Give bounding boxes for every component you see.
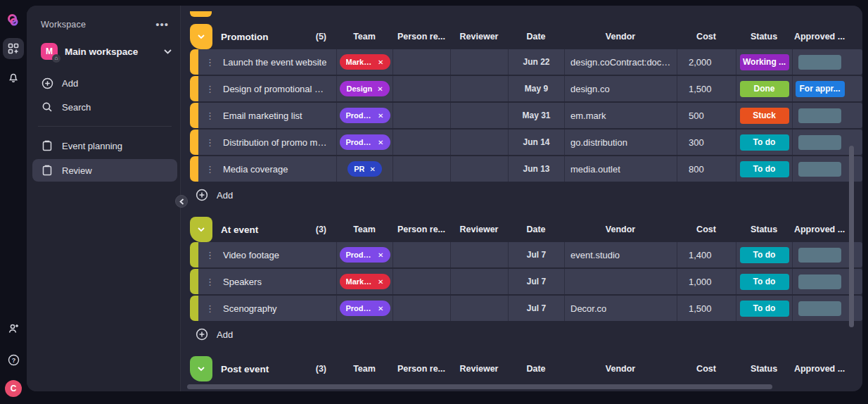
status-badge[interactable]: To do [740, 274, 789, 290]
approved-cell[interactable] [792, 103, 847, 128]
cost-cell[interactable]: 1,500 [677, 296, 736, 321]
column-header-0[interactable]: Team [336, 364, 392, 374]
row-menu-dots-icon[interactable]: ⋮ [205, 138, 215, 147]
row-menu-dots-icon[interactable]: ⋮ [205, 58, 215, 67]
workspace-menu-ellipsis-icon[interactable]: ••• [153, 18, 172, 30]
vertical-scrollbar-thumb[interactable] [849, 146, 854, 327]
column-header-4[interactable]: Vendor [564, 364, 677, 374]
column-header-1[interactable]: Person re... [392, 225, 450, 234]
group-collapse-button[interactable] [190, 24, 212, 49]
team-tag[interactable]: Produc...✕ [340, 108, 390, 123]
cost-cell[interactable]: 1,400 [677, 242, 736, 267]
person-cell[interactable] [392, 76, 450, 101]
item-name-cell[interactable]: ⋮Video footage [196, 242, 336, 267]
date-cell[interactable]: Jun 13 [508, 156, 564, 182]
row-menu-dots-icon[interactable]: ⋮ [205, 304, 215, 313]
remove-tag-icon[interactable]: ✕ [378, 112, 383, 120]
column-header-1[interactable]: Person re... [392, 32, 450, 42]
column-header-0[interactable]: Team [336, 32, 392, 42]
status-badge[interactable]: To do [740, 161, 789, 177]
team-tag[interactable]: Produc...✕ [340, 134, 390, 150]
approved-cell[interactable] [792, 130, 847, 155]
workspace-selector[interactable]: M ⌂ Main workspace [41, 43, 172, 60]
column-header-2[interactable]: Reviewer [450, 364, 508, 374]
column-header-7[interactable]: Approved ... [792, 32, 847, 42]
status-cell[interactable]: To do [736, 130, 792, 155]
team-cell[interactable]: Design✕ [336, 76, 392, 101]
approved-cell[interactable]: For appr... [792, 76, 847, 101]
remove-tag-icon[interactable]: ✕ [377, 85, 383, 93]
user-avatar[interactable]: C [5, 380, 22, 397]
person-cell[interactable] [392, 49, 450, 75]
item-name-cell[interactable]: ⋮Design of promotional mat... [196, 76, 336, 101]
item-name-cell[interactable]: ⋮Scenography [196, 296, 336, 321]
plaky-logo-icon[interactable] [3, 10, 24, 31]
status-badge[interactable]: To do [740, 134, 789, 151]
cost-cell[interactable]: 2,000 [677, 49, 736, 75]
status-cell[interactable]: To do [736, 269, 792, 294]
column-header-1[interactable]: Person re... [392, 364, 450, 374]
team-tag[interactable]: PR✕ [347, 161, 382, 177]
cost-cell[interactable]: 1,000 [677, 269, 736, 294]
team-cell[interactable]: Produc...✕ [336, 296, 392, 321]
vendor-cell[interactable]: Decor.co [564, 296, 677, 321]
column-header-4[interactable]: Vendor [564, 32, 677, 42]
sidebar-collapse-button[interactable] [175, 195, 188, 208]
reviewer-cell[interactable] [450, 130, 508, 155]
sidebar-add-button[interactable]: Add [35, 71, 172, 95]
vendor-cell[interactable]: design.coContract:docu... [564, 49, 677, 75]
boards-apps-icon[interactable] [3, 38, 24, 59]
group-collapse-button[interactable] [190, 217, 212, 242]
team-cell[interactable]: Market...✕ [336, 49, 392, 75]
column-header-3[interactable]: Date [508, 32, 564, 42]
vendor-cell[interactable]: design.co [564, 76, 677, 101]
remove-tag-icon[interactable]: ✕ [378, 305, 383, 313]
status-cell[interactable]: Working ... [736, 49, 792, 75]
person-cell[interactable] [392, 296, 450, 321]
status-badge[interactable]: To do [740, 301, 789, 317]
vendor-cell[interactable] [564, 269, 677, 294]
reviewer-cell[interactable] [450, 296, 508, 321]
team-cell[interactable]: Produc...✕ [336, 242, 392, 267]
vendor-cell[interactable]: media.outlet [564, 156, 677, 182]
person-cell[interactable] [392, 242, 450, 267]
team-tag[interactable]: Market...✕ [340, 54, 390, 70]
approved-cell[interactable] [792, 242, 847, 267]
remove-tag-icon[interactable]: ✕ [378, 139, 383, 146]
team-tag[interactable]: Produc...✕ [340, 247, 390, 263]
reviewer-cell[interactable] [450, 156, 508, 182]
team-cell[interactable]: Produc...✕ [336, 103, 392, 128]
team-cell[interactable]: Produc...✕ [336, 130, 392, 155]
status-cell[interactable]: To do [736, 156, 792, 182]
column-header-3[interactable]: Date [508, 364, 564, 374]
item-name-cell[interactable]: ⋮Distribution of promo mate... [196, 130, 336, 155]
reviewer-cell[interactable] [450, 242, 508, 267]
horizontal-scrollbar-thumb[interactable] [187, 384, 772, 389]
column-header-2[interactable]: Reviewer [450, 225, 508, 234]
row-menu-dots-icon[interactable]: ⋮ [205, 84, 215, 94]
person-cell[interactable] [392, 269, 450, 294]
column-header-6[interactable]: Status [736, 364, 792, 374]
remove-tag-icon[interactable]: ✕ [378, 251, 383, 259]
team-tag[interactable]: Design✕ [340, 81, 389, 96]
cost-cell[interactable]: 1,500 [677, 76, 736, 101]
column-header-2[interactable]: Reviewer [450, 32, 508, 42]
sidebar-board-item-1[interactable]: Review [32, 159, 177, 182]
cost-cell[interactable]: 300 [677, 130, 736, 155]
group-collapse-button[interactable] [190, 356, 212, 381]
column-header-5[interactable]: Cost [677, 225, 736, 234]
team-tag[interactable]: Produc...✕ [340, 301, 390, 316]
column-header-6[interactable]: Status [736, 225, 792, 234]
row-menu-dots-icon[interactable]: ⋮ [205, 111, 215, 120]
date-cell[interactable]: Jul 7 [508, 296, 564, 321]
date-cell[interactable]: Jun 22 [508, 49, 564, 75]
approved-cell[interactable] [792, 156, 847, 182]
add-item-button[interactable]: Add [196, 322, 322, 346]
sidebar-board-item-0[interactable]: Event planning [35, 134, 172, 158]
row-menu-dots-icon[interactable]: ⋮ [205, 251, 215, 260]
approved-badge[interactable]: For appr... [796, 81, 845, 97]
item-name-cell[interactable]: ⋮Media coverage [196, 156, 336, 182]
vendor-cell[interactable]: em.mark [564, 103, 677, 128]
item-name-cell[interactable]: ⋮Launch the event website [196, 49, 336, 75]
column-header-3[interactable]: Date [508, 225, 564, 234]
